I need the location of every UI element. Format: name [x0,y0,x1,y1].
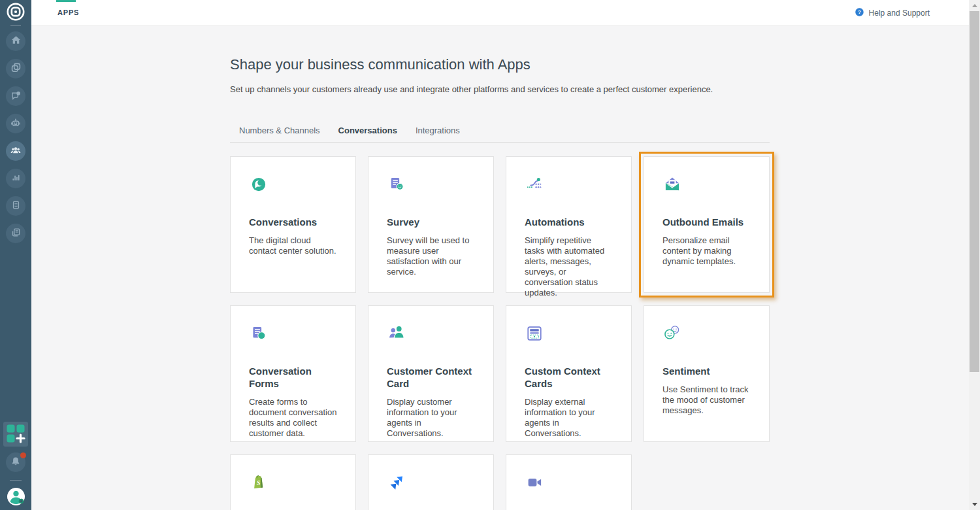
app-card-automations[interactable]: AutomationsSimplify repetitive tasks wit… [506,156,632,293]
app-card-title: Automations [525,216,613,228]
app-card-customer-context-card[interactable]: Customer Context CardDisplay customer in… [368,305,494,442]
overlapping-squares-icon [10,61,22,76]
scrollbar-thumb[interactable] [970,11,979,372]
main-content: Shape your business communication with A… [31,26,969,510]
tab-numbers-channels[interactable]: Numbers & Channels [230,122,329,142]
profile-avatar[interactable] [7,488,25,505]
app-card-grid: ConversationsThe digital cloud contact c… [230,156,770,510]
active-nav-indicator [56,0,76,2]
page-subtitle: Set up channels your customers already u… [230,84,770,94]
sidebar-item-people[interactable] [6,141,25,161]
app-card-description: Display customer information to your age… [387,397,475,439]
app-card-jira-app-icon[interactable] [368,454,494,510]
app-card-conversation-forms[interactable]: Conversation FormsCreate forms to docume… [230,305,356,442]
tab-bar: Numbers & ChannelsConversationsIntegrati… [230,122,770,143]
app-card-title: Conversations [249,216,337,228]
topbar: APPS ? Help and Support [31,0,969,26]
sidebar-item-overlapping-squares[interactable] [6,59,25,78]
automations-app-icon [525,175,613,196]
sidebar-bottom-divider [10,480,22,481]
page-title: APPS [57,8,79,16]
notification-badge [20,452,26,458]
sidebar-item-apps[interactable] [3,422,28,447]
jira-app-icon [387,473,475,494]
chat-bubbles-icon [10,89,22,103]
sidebar-item-document[interactable] [6,196,25,216]
sidebar-item-stacked-documents[interactable] [6,224,25,243]
svg-text:?: ? [858,9,861,15]
conversations-app-icon [249,175,337,196]
shopify-app-icon: S [249,473,337,494]
apps-grid-plus-icon [6,424,25,445]
app-card-title: Custom Context Cards [525,365,613,390]
stacked-documents-icon [10,226,22,241]
app-card-title: Conversation Forms [249,365,337,390]
logo-divider [10,26,21,26]
conversation-forms-app-icon [249,324,337,345]
tab-conversations[interactable]: Conversations [329,122,406,142]
page-heading: Shape your business communication with A… [230,56,770,73]
sidebar-item-chat-bubbles[interactable] [6,86,25,106]
sidebar-item-bot[interactable] [6,114,25,133]
survey-app-icon [387,175,475,196]
app-card-description: Personalize email content by making dyna… [662,235,751,267]
avatar-gear-icon [7,487,25,507]
sidebar [0,0,31,510]
app-card-description: Simplify repetitive tasks with automated… [525,235,613,298]
vertical-scrollbar[interactable] [969,0,980,510]
tab-integrations[interactable]: Integrations [406,122,469,142]
sidebar-item-home[interactable] [6,31,25,51]
app-card-description: The digital cloud contact center solutio… [249,235,337,256]
scrollbar-down-arrow-icon[interactable] [972,503,977,506]
sidebar-item-notifications[interactable] [6,452,25,472]
app-card-description: Survey will be used to measure user sati… [387,235,475,277]
scrollbar-up-arrow-icon[interactable] [972,4,977,7]
home-icon [10,34,22,48]
custom-context-cards-app-icon [525,324,613,345]
outbound-emails-app-icon [662,175,751,196]
question-circle-icon: ? [855,7,864,20]
infobip-logo[interactable] [5,2,26,23]
app-card-conversations[interactable]: ConversationsThe digital cloud contact c… [230,156,356,293]
people-icon [9,144,22,159]
bar-chart-icon [10,171,22,186]
svg-text:S: S [257,479,261,486]
sentiment-app-icon [662,324,751,345]
customer-context-card-app-icon [387,324,475,345]
sidebar-item-bar-chart[interactable] [6,169,25,188]
app-card-video-call-app-icon[interactable] [506,454,632,510]
help-and-support-label: Help and Support [869,8,930,18]
app-card-description: Display external information to your age… [525,397,613,439]
help-and-support-link[interactable]: ? Help and Support [855,0,930,26]
app-card-title: Survey [387,216,475,228]
app-card-custom-context-cards[interactable]: Custom Context CardsDisplay external inf… [506,305,632,442]
app-card-outbound-emails[interactable]: Outbound EmailsPersonalize email content… [644,156,770,293]
app-card-description: Use Sentiment to track the mood of custo… [662,384,751,416]
bot-icon [9,116,22,131]
app-card-description: Create forms to document conversation re… [249,397,337,439]
app-card-title: Outbound Emails [662,216,751,228]
sidebar-nav [6,31,25,251]
bell-icon [10,456,22,469]
app-card-survey[interactable]: SurveySurvey will be used to measure use… [368,156,494,293]
app-card-title: Customer Context Card [387,365,475,390]
app-card-shopify-app-icon[interactable]: S [230,454,356,510]
app-card-sentiment[interactable]: SentimentUse Sentiment to track the mood… [644,305,770,442]
document-icon [10,199,22,213]
infobip-logo-icon [6,2,25,24]
video-call-app-icon [525,473,613,494]
app-card-title: Sentiment [662,365,751,377]
